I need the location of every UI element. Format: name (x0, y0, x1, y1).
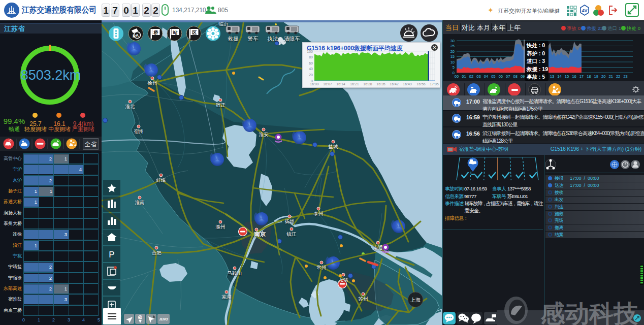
svg-text:13: 13 (550, 74, 554, 79)
svg-text:16: 16 (572, 74, 576, 79)
svg-text:01: 01 (462, 74, 466, 79)
svg-text:扬州: 扬州 (285, 218, 295, 224)
svg-text:4V: 4V (582, 8, 587, 13)
svg-text:南京: 南京 (254, 231, 267, 237)
svg-text:10: 10 (450, 60, 455, 64)
svg-text:A: A (136, 33, 139, 38)
svg-text:05: 05 (491, 74, 495, 79)
svg-text:镇江: 镇江 (286, 231, 297, 237)
svg-text:淮南: 淮南 (135, 200, 145, 205)
svg-text:40: 40 (309, 67, 313, 71)
svg-text:15: 15 (565, 74, 569, 79)
svg-text:P: P (109, 250, 114, 259)
svg-text:马鞍山: 马鞍山 (228, 270, 242, 276)
svg-text:100: 100 (307, 50, 313, 53)
svg-text:14: 14 (557, 74, 561, 79)
svg-text:泰州: 泰州 (314, 211, 324, 216)
svg-text:16:00: 16:00 (310, 82, 319, 86)
svg-text:17: 17 (579, 74, 584, 79)
svg-text:80: 80 (309, 55, 313, 59)
svg-text:06: 06 (499, 74, 503, 79)
svg-text:常州: 常州 (317, 265, 327, 270)
svg-text:救援: 救援 (228, 36, 239, 42)
svg-text:蚌埠: 蚌埠 (156, 177, 166, 183)
svg-text:清障车: 清障车 (284, 36, 300, 42)
svg-text:03: 03 (476, 74, 480, 79)
svg-text:19: 19 (594, 74, 598, 79)
svg-text:合肥: 合肥 (152, 250, 162, 255)
svg-text:南通: 南通 (373, 245, 383, 250)
svg-text:宿州: 宿州 (134, 128, 144, 134)
svg-text:22: 22 (616, 74, 620, 79)
svg-text:JENO: JENO (159, 317, 168, 321)
svg-text:盐城: 盐城 (329, 144, 339, 149)
svg-text:21: 21 (609, 74, 613, 79)
svg-text:苏州: 苏州 (358, 296, 368, 302)
svg-text:15: 15 (450, 54, 455, 59)
svg-text:区: 区 (192, 30, 197, 35)
svg-text:P: P (133, 34, 136, 39)
svg-text:徐州: 徐州 (147, 80, 157, 86)
svg-text:5: 5 (453, 65, 455, 70)
svg-text:无锡: 无锡 (339, 277, 348, 282)
svg-text:芜湖: 芜湖 (221, 294, 232, 300)
svg-text:20: 20 (309, 73, 313, 77)
svg-text:16:35: 16:35 (376, 82, 385, 86)
svg-text:16:42: 16:42 (390, 82, 399, 86)
svg-text:16:07: 16:07 (323, 82, 332, 86)
svg-text:站: 站 (173, 30, 178, 35)
svg-text:上海: 上海 (410, 297, 421, 303)
svg-text:16:28: 16:28 (363, 82, 372, 86)
svg-text:20: 20 (601, 74, 605, 79)
svg-text:17:05: 17:05 (430, 82, 439, 86)
svg-text:淮北: 淮北 (125, 104, 136, 109)
svg-text:16:21: 16:21 (350, 82, 359, 86)
svg-text:20: 20 (450, 49, 455, 54)
svg-text:CU: CU (139, 316, 142, 319)
svg-text:25: 25 (450, 44, 455, 48)
svg-text:60: 60 (309, 61, 313, 65)
svg-text:07: 07 (506, 74, 510, 79)
svg-text:16:49: 16:49 (403, 82, 412, 86)
svg-text:08: 08 (513, 74, 518, 79)
svg-text:警车: 警车 (248, 36, 259, 42)
svg-text:00: 00 (455, 74, 459, 79)
svg-text:滁州: 滁州 (216, 224, 226, 230)
svg-text:30: 30 (450, 39, 455, 43)
svg-text:04: 04 (484, 74, 488, 79)
svg-text:执法: 执法 (268, 36, 279, 42)
svg-text:02: 02 (469, 74, 473, 79)
svg-text:宿迁: 宿迁 (216, 102, 226, 108)
svg-text:16:56: 16:56 (416, 82, 426, 86)
svg-text:18: 18 (587, 74, 591, 79)
svg-text:16:14: 16:14 (336, 82, 345, 86)
svg-text:淮安: 淮安 (259, 132, 269, 137)
svg-text:桥: 桥 (153, 30, 159, 35)
svg-text:23: 23 (623, 74, 627, 79)
